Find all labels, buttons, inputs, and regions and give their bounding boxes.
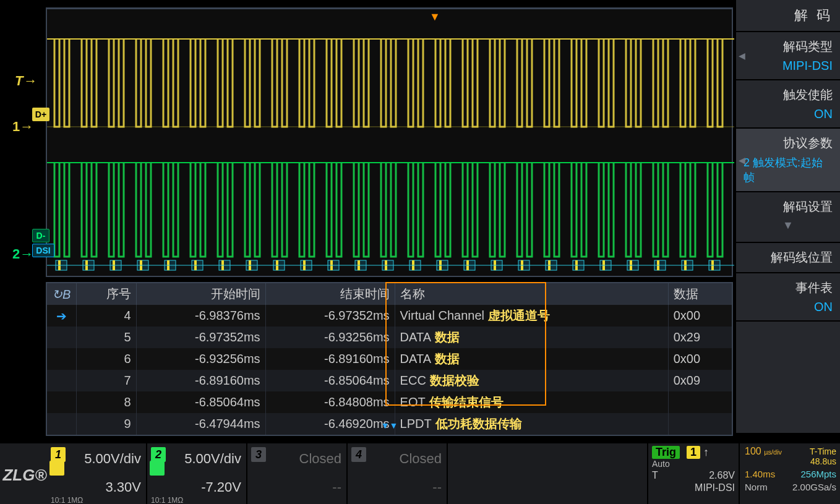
- menu-trigger-enable[interactable]: 触发使能 ON: [736, 80, 840, 129]
- decode-event-table[interactable]: ↻B 序号 开始时间 结束时间 名称 数据 ➔4-6.98376ms-6.973…: [46, 282, 733, 422]
- t-time-value: 48.8us: [810, 456, 836, 466]
- ch3-number-badge: 3: [251, 447, 266, 462]
- trig-badge: Trig: [652, 446, 680, 459]
- ch1-zero-marker: 1→: [12, 119, 33, 135]
- table-row[interactable]: ➔4-6.98376ms-6.97352msVirtual Channel虚拟通…: [46, 305, 732, 327]
- ch2-scale: 5.00V/div: [184, 451, 241, 467]
- ch4-scale: Closed: [400, 451, 442, 467]
- ch1-scale: 5.00V/div: [84, 451, 141, 467]
- trig-protocol: MIPI-DSI: [695, 482, 735, 493]
- timebase-status[interactable]: 100 µs/div T-Time 48.8us 1.40ms 256Mpts …: [741, 443, 840, 504]
- ch2-color-swatch: [150, 461, 165, 476]
- col-index[interactable]: 序号: [76, 283, 136, 305]
- chevron-down-icon: ▼: [744, 215, 833, 236]
- oscilloscope-screen: ▼ T→ 1→ 2→ D+ D- DSI: [0, 0, 840, 504]
- bottom-status-bar: ZLG® 1 5.00V/div 3.30V 10:1 1MΩ 2 5.00V/…: [0, 441, 840, 504]
- t-time-label: T-Time: [810, 446, 836, 456]
- timebase-unit: µs/div: [764, 448, 782, 456]
- dsi-badge: DSI: [32, 244, 54, 257]
- waveform-display[interactable]: ▼: [46, 7, 733, 277]
- ch4-offset: --: [432, 479, 442, 495]
- menu-decode-line-pos[interactable]: 解码线位置: [736, 243, 840, 273]
- chevron-left-icon: ◀: [739, 51, 745, 61]
- ch1-impedance: 10:1 1MΩ: [51, 497, 83, 504]
- trig-source-badge: 1: [687, 446, 700, 459]
- brand-logo: ZLG®: [2, 443, 47, 504]
- ch4-status[interactable]: 4 Closed --: [349, 443, 448, 504]
- decode-side-menu: 解 码 ◀ 解码类型 MIPI-DSI 触发使能 ON ◀ 协议参数 2 触发模…: [736, 0, 840, 433]
- ch2-zero-marker: 2→: [12, 246, 33, 262]
- trig-edge-icon: ↑: [703, 446, 709, 458]
- waveform-canvas: [47, 9, 734, 279]
- menu-title: 解 码: [736, 0, 840, 32]
- trigger-position-marker: ▼: [429, 11, 440, 23]
- menu-protocol-params[interactable]: ◀ 协议参数 2 触发模式:起始帧: [736, 129, 840, 192]
- table-row[interactable]: 6-6.93256ms-6.89160msDATA数据0x00: [46, 348, 732, 370]
- table-row[interactable]: 8-6.85064ms-6.84808msEOT传输结束信号: [46, 391, 732, 413]
- table-refresh-icon[interactable]: ↻B: [52, 288, 71, 301]
- col-name[interactable]: 名称: [395, 283, 668, 305]
- ch3-scale: Closed: [299, 451, 341, 467]
- menu-decode-type[interactable]: ◀ 解码类型 MIPI-DSI: [736, 32, 840, 80]
- ch3-offset: --: [332, 479, 341, 495]
- col-data[interactable]: 数据: [668, 283, 732, 305]
- row-pointer-icon: ➔: [56, 309, 67, 323]
- d-plus-badge: D+: [32, 108, 49, 121]
- trig-mode: Auto: [652, 459, 735, 469]
- ch1-number-badge: 1: [51, 447, 66, 462]
- chevron-left-icon: ◀: [739, 155, 745, 165]
- trigger-status[interactable]: Trig 1 ↑ Auto T 2.68V MIPI-DSI: [647, 443, 740, 504]
- table-scroll-down-icon[interactable]: ▼▼: [381, 421, 398, 430]
- acq-mode: Norm: [745, 482, 768, 492]
- ch2-offset: -7.20V: [201, 479, 241, 495]
- trig-t-label: T: [652, 470, 658, 481]
- horiz-delay: 1.40ms: [745, 469, 775, 479]
- trigger-level-marker: T→: [15, 73, 36, 89]
- ch1-offset: 3.30V: [106, 479, 142, 495]
- ch2-number-badge: 2: [151, 447, 166, 462]
- mem-depth: 256Mpts: [800, 469, 836, 479]
- timebase-value: 100: [745, 446, 761, 456]
- menu-decode-settings[interactable]: 解码设置 ▼: [736, 192, 840, 243]
- col-end[interactable]: 结束时间: [265, 283, 395, 305]
- col-start[interactable]: 开始时间: [136, 283, 265, 305]
- table-row[interactable]: 5-6.97352ms-6.93256msDATA数据0x29: [46, 327, 732, 348]
- ch1-color-swatch: [49, 461, 64, 476]
- menu-event-table[interactable]: 事件表 ON: [736, 273, 840, 322]
- table-row[interactable]: 7-6.89160ms-6.85064msECC数据校验0x09: [46, 370, 732, 391]
- sample-rate: 2.00GSa/s: [792, 482, 836, 492]
- ch3-status[interactable]: 3 Closed --: [249, 443, 348, 504]
- ch4-number-badge: 4: [351, 447, 366, 462]
- trig-level: 2.68V: [709, 470, 735, 481]
- ch2-impedance: 10:1 1MΩ: [151, 497, 183, 504]
- ch2-status[interactable]: 2 5.00V/div -7.20V 10:1 1MΩ: [148, 443, 247, 504]
- ch1-status[interactable]: 1 5.00V/div 3.30V 10:1 1MΩ: [48, 443, 147, 504]
- d-minus-badge: D-: [32, 229, 49, 242]
